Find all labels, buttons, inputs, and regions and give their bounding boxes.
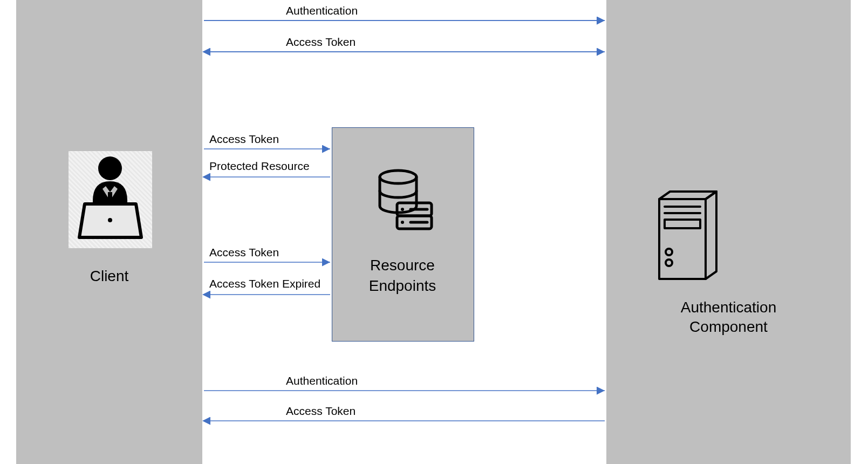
arrow-label-mid2-req: Access Token: [209, 246, 279, 259]
svg-point-0: [98, 156, 122, 180]
arrow-label-mid2-resp: Access Token Expired: [209, 277, 320, 290]
svg-rect-1: [108, 192, 112, 203]
auth-label-line1: Authentication: [681, 299, 776, 316]
resource-label-line2: Endpoints: [369, 277, 436, 294]
arrow-label-top-auth: Authentication: [286, 4, 358, 17]
arrow-label-top-token: Access Token: [286, 36, 356, 49]
database-server-icon: [370, 167, 435, 232]
arrow-label-mid1-req: Access Token: [209, 133, 279, 146]
auth-label-line2: Component: [689, 318, 768, 335]
arrow-label-bottom-token: Access Token: [286, 405, 356, 418]
svg-point-12: [401, 221, 404, 224]
arrow-label-mid1-resp: Protected Resource: [209, 160, 310, 173]
svg-point-8: [380, 170, 416, 183]
arrow-label-bottom-auth: Authentication: [286, 374, 358, 387]
resource-endpoints-label: Resource Endpoints: [332, 255, 473, 296]
client-label: Client: [16, 268, 202, 285]
svg-point-11: [401, 208, 404, 211]
svg-point-7: [666, 260, 672, 266]
server-icon: [654, 187, 724, 284]
svg-point-2: [108, 218, 112, 222]
client-icon: [69, 151, 152, 248]
resource-endpoints-box: [332, 127, 474, 342]
diagram-canvas: Client Authentication Component: [0, 0, 868, 464]
svg-rect-5: [665, 220, 700, 228]
svg-point-6: [666, 249, 672, 255]
resource-label-line1: Resource: [370, 257, 435, 274]
auth-component-panel: [606, 0, 851, 464]
auth-component-label: Authentication Component: [606, 298, 851, 337]
